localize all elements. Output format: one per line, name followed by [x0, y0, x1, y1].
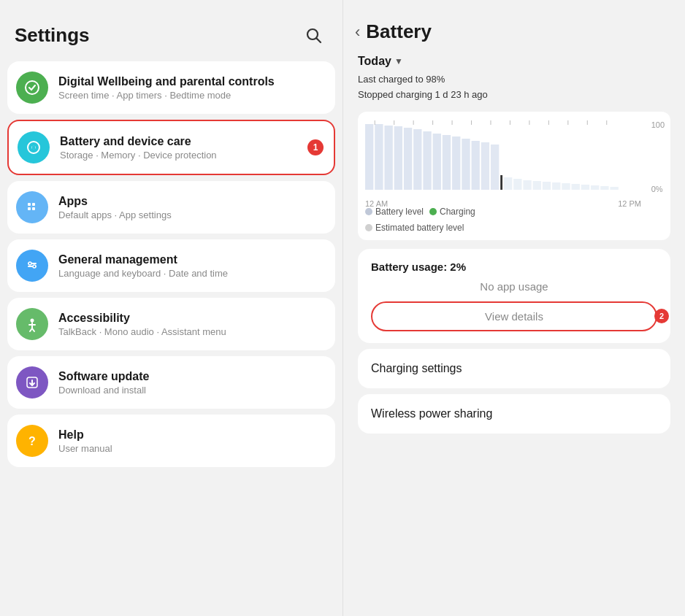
- svg-rect-5: [28, 203, 31, 206]
- digital-wellbeing-title: Digital Wellbeing and parental controls: [58, 75, 326, 88]
- help-text: Help User manual: [58, 428, 326, 454]
- accessibility-icon: [16, 308, 48, 340]
- svg-rect-32: [472, 141, 480, 190]
- software-update-text: Software update Download and install: [58, 370, 326, 396]
- accessibility-title: Accessibility: [58, 312, 326, 325]
- battery-device-care-icon: [18, 131, 50, 163]
- svg-rect-42: [562, 183, 570, 190]
- right-header: ‹ Battery: [343, 0, 685, 55]
- settings-item-accessibility[interactable]: Accessibility TalkBack · Mono audio · As…: [7, 298, 335, 350]
- battery-title: Battery: [366, 20, 432, 43]
- svg-rect-29: [443, 135, 451, 190]
- wireless-power-sharing-item[interactable]: Wireless power sharing: [358, 394, 670, 434]
- battery-level-legend: Battery level: [365, 207, 424, 217]
- today-dropdown-arrow[interactable]: ▼: [394, 56, 403, 66]
- badge-1: 1: [307, 139, 324, 155]
- settings-item-general-management[interactable]: General management Language and keyboard…: [7, 239, 335, 292]
- svg-rect-33: [481, 142, 489, 190]
- settings-item-digital-wellbeing[interactable]: Digital Wellbeing and parental controls …: [7, 61, 335, 114]
- svg-point-11: [28, 262, 31, 265]
- general-management-text: General management Language and keyboard…: [58, 253, 326, 279]
- charge-line2: Stopped charging 1 d 23 h ago: [358, 88, 670, 103]
- battery-device-care-text: Battery and device care Storage · Memory…: [60, 135, 325, 161]
- estimated-dot: [365, 224, 372, 231]
- svg-rect-34: [491, 145, 499, 190]
- svg-rect-24: [394, 126, 402, 190]
- svg-point-12: [33, 265, 36, 268]
- settings-list: Digital Wellbeing and parental controls …: [0, 61, 342, 616]
- battery-level-label: Battery level: [375, 207, 424, 217]
- svg-rect-44: [581, 185, 589, 190]
- svg-rect-40: [543, 182, 551, 190]
- help-subtitle: User manual: [58, 443, 326, 454]
- chart-x-labels: 12 AM 12 PM: [365, 199, 641, 208]
- settings-item-apps[interactable]: Apps Default apps · App settings: [7, 181, 335, 234]
- svg-rect-22: [375, 124, 383, 190]
- svg-line-17: [32, 328, 34, 331]
- svg-rect-35: [500, 175, 502, 190]
- estimated-label: Estimated battery level: [375, 223, 464, 233]
- software-update-subtitle: Download and install: [58, 385, 326, 396]
- svg-rect-43: [572, 184, 580, 190]
- battery-usage-card: Battery usage: 2% No app usage View deta…: [358, 249, 670, 343]
- svg-rect-28: [433, 134, 441, 190]
- charging-dot: [429, 208, 437, 215]
- wireless-power-sharing-label: Wireless power sharing: [371, 407, 492, 420]
- svg-text:?: ?: [28, 435, 36, 447]
- chart-x-left: 12 AM: [365, 199, 388, 208]
- svg-rect-23: [384, 126, 392, 190]
- svg-rect-36: [504, 177, 512, 190]
- apps-text: Apps Default apps · App settings: [58, 195, 326, 220]
- general-management-title: General management: [58, 253, 326, 266]
- battery-chart-container: 12 AM 12 PM 100 0% Battery level Chargin…: [358, 112, 670, 240]
- left-header: Settings: [0, 0, 342, 61]
- charge-info: Last charged to 98% Stopped charging 1 d…: [358, 72, 670, 103]
- battery-chart-svg: [365, 120, 641, 193]
- svg-rect-38: [523, 180, 531, 190]
- settings-item-software-update[interactable]: Software update Download and install: [7, 356, 335, 409]
- svg-rect-26: [413, 129, 421, 190]
- search-icon: [305, 26, 322, 44]
- svg-rect-30: [452, 136, 460, 190]
- search-button[interactable]: [299, 20, 328, 50]
- general-management-subtitle: Language and keyboard · Date and time: [58, 268, 326, 279]
- settings-title: Settings: [15, 24, 90, 47]
- help-title: Help: [58, 428, 326, 442]
- svg-rect-7: [28, 207, 31, 210]
- back-button[interactable]: ‹: [355, 23, 360, 42]
- chart-y-bottom: 0%: [651, 185, 665, 193]
- digital-wellbeing-subtitle: Screen time · App timers · Bedtime mode: [58, 90, 326, 101]
- svg-point-2: [26, 81, 39, 94]
- svg-line-1: [317, 39, 321, 43]
- svg-rect-6: [32, 203, 35, 206]
- settings-item-help[interactable]: ? Help User manual: [7, 415, 335, 467]
- right-panel: ‹ Battery Today ▼ Last charged to 98% St…: [342, 0, 685, 616]
- charging-settings-item[interactable]: Charging settings: [358, 349, 670, 388]
- svg-rect-46: [600, 186, 608, 190]
- svg-rect-41: [552, 182, 560, 190]
- digital-wellbeing-icon: [16, 72, 48, 104]
- today-label[interactable]: Today: [358, 55, 391, 68]
- battery-device-care-title: Battery and device care: [60, 135, 325, 148]
- apps-subtitle: Default apps · App settings: [58, 209, 326, 220]
- badge-2: 2: [654, 309, 669, 323]
- no-app-usage: No app usage: [371, 280, 657, 293]
- chart-legend: Battery level Charging Estimated battery…: [365, 207, 663, 233]
- chart-y-labels: 100 0%: [651, 120, 665, 193]
- battery-device-care-subtitle: Storage · Memory · Device protection: [60, 150, 325, 161]
- svg-rect-45: [591, 185, 599, 190]
- estimated-legend: Estimated battery level: [365, 223, 663, 233]
- settings-item-battery-device-care[interactable]: Battery and device care Storage · Memory…: [7, 120, 335, 175]
- view-details-button[interactable]: View details: [371, 301, 657, 331]
- help-icon: ?: [16, 425, 48, 457]
- svg-rect-25: [404, 128, 412, 190]
- svg-rect-8: [32, 207, 35, 210]
- charging-settings-label: Charging settings: [371, 362, 462, 374]
- general-management-icon: [16, 250, 48, 282]
- right-content: Today ▼ Last charged to 98% Stopped char…: [343, 55, 685, 616]
- apps-icon: [16, 191, 48, 223]
- battery-usage-title: Battery usage: 2%: [371, 261, 657, 273]
- charge-line1: Last charged to 98%: [358, 72, 670, 88]
- apps-title: Apps: [58, 195, 326, 208]
- charging-label: Charging: [440, 207, 475, 217]
